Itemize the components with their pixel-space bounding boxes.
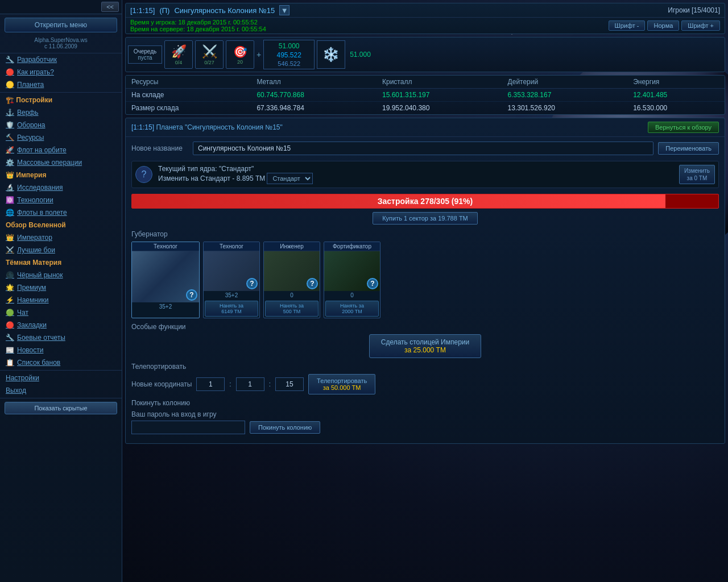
units-icon-box: ⚔️ 0/27	[195, 40, 224, 69]
planet-title-bar: [1:1:15] (П) Сингулярность Колония №15 ▼	[130, 5, 289, 15]
sidebar-item-galaxy-overview[interactable]: Обзор Вселенной	[0, 219, 122, 231]
row1-label: На складе	[126, 89, 251, 102]
sidebar-item-shipyard[interactable]: ⚓ Верфь	[0, 106, 122, 119]
plus-sign: +	[257, 50, 261, 59]
sidebar-item-planet[interactable]: 🟡 Планета	[0, 78, 122, 91]
sidebar-item-black-market[interactable]: 🌑 Чёрный рынок	[0, 269, 122, 281]
font-normal-button[interactable]: Норма	[647, 20, 679, 31]
hire-button-3[interactable]: Нанять за2000 ТМ	[325, 301, 379, 317]
sidebar-item-ban-list[interactable]: 📋 Список банов	[0, 356, 122, 369]
sidebar-item-empire[interactable]: 👑 Империя	[0, 169, 122, 181]
planet-dropdown-arrow[interactable]: ▼	[279, 5, 289, 15]
resources-icon: 🔨	[6, 134, 14, 142]
row2-crystal: 19.952.040.380	[377, 102, 502, 115]
coord-x-input[interactable]	[196, 377, 225, 391]
change-core-button[interactable]: Изменить за 0 ТМ	[679, 165, 715, 184]
panel-header-title: [1:1:15] Планета "Сингулярность Колония …	[131, 123, 283, 131]
hire-button-1[interactable]: Нанять за6149 ТМ	[205, 301, 258, 317]
governor-section: Губернатор Технолог ? 35+2	[131, 230, 719, 318]
sidebar-item-how-to-play[interactable]: 🔴 Как играть?	[0, 66, 122, 78]
core-select-dropdown[interactable]: Стандарт	[267, 173, 313, 184]
teleport-coords-row: Новые координаты : : Телепортировать за …	[131, 374, 719, 394]
combat-number: 20	[237, 59, 243, 65]
font-minus-button[interactable]: Шрифт -	[609, 20, 646, 31]
leave-colony-button[interactable]: Покинуть колонию	[250, 421, 320, 434]
sidebar-item-defense[interactable]: 🛡️ Оборона	[0, 119, 122, 131]
rename-input[interactable]	[193, 142, 653, 155]
governor-3-question[interactable]: ?	[367, 278, 378, 289]
governor-card-1: Технолог ? 35+2 Нанять за6149 ТМ	[203, 242, 260, 318]
teleport-section: Телепортировать Новые координаты : : Тел…	[131, 363, 719, 394]
governor-2-question[interactable]: ?	[307, 278, 318, 289]
time-server: Время на сервере: 18 декабря 2015 г. 00:…	[130, 26, 266, 32]
governor-active-question[interactable]: ?	[186, 289, 197, 301]
row2-energy: 16.530.000	[627, 102, 725, 115]
crystal-value: 495.522	[276, 51, 301, 59]
progress-text: Застройка 278/305 (91%)	[378, 197, 473, 206]
governor-card-2: Инженер ? 0 Нанять за500 ТМ	[263, 242, 320, 318]
col-metal: Металл	[251, 76, 377, 89]
emperor-icon: 👑	[6, 234, 14, 242]
sidebar-item-battle-reports[interactable]: 🔧 Боевые отчеты	[0, 331, 122, 344]
core-change-label: Изменить на Стандарт - 8.895 ТМ	[158, 174, 265, 182]
sidebar-item-tech[interactable]: ⚛️ Технологии	[0, 194, 122, 206]
queue-label: Очередь	[133, 48, 157, 55]
governor-card-active: Технолог ? 35+2	[131, 242, 200, 318]
governor-1-question[interactable]: ?	[246, 278, 258, 289]
coord-z-input[interactable]	[275, 377, 304, 391]
governor-1-title: Технолог	[204, 242, 259, 251]
combat-icon-box: 🎯 20	[226, 40, 254, 69]
make-capital-button[interactable]: Сделать столицей Империи за 25.000 ТМ	[369, 334, 482, 358]
core-icon: ?	[135, 166, 152, 183]
resources-table: Ресурсы Металл Кристалл Дейтерий Энергия…	[126, 76, 725, 114]
sidebar-item-developer[interactable]: 🔧 Разработчик	[0, 53, 122, 66]
units-warrior-icon: ⚔️	[202, 44, 217, 59]
sidebar-item-premium[interactable]: 🌟 Премиум	[0, 281, 122, 294]
sidebar-item-mass-ops[interactable]: ⚙️ Массовые операции	[0, 156, 122, 169]
sidebar-item-top-battles[interactable]: ⚔️ Лучшие бои	[0, 244, 122, 256]
mercenaries-icon: ⚡	[6, 296, 14, 304]
sidebar-item-buildings[interactable]: 🏗️ Постройки	[0, 94, 122, 106]
sidebar-item-research[interactable]: 🔬 Исследования	[0, 181, 122, 194]
queue-status: пуста	[133, 55, 157, 61]
sidebar-item-emperor[interactable]: 👑 Император	[0, 231, 122, 244]
core-type-label: Текущий тип ядра: "Стандарт"	[158, 165, 673, 173]
open-menu-button[interactable]: Откpепить меню	[5, 18, 117, 32]
collapse-button[interactable]: <<	[101, 2, 119, 12]
special-label: Особые функции	[131, 323, 719, 331]
sidebar-item-dark-matter[interactable]: Тёмная Материя	[0, 256, 122, 269]
fleets-icon: 🌐	[6, 209, 14, 217]
governor-active-img: ?	[132, 251, 199, 302]
research-icon: 🔬	[6, 184, 14, 192]
total-value: 546.522	[278, 60, 300, 67]
back-to-overview-button[interactable]: Вернуться к обзору	[648, 122, 719, 133]
sidebar-item-mercenaries[interactable]: ⚡ Наемники	[0, 294, 122, 306]
teleport-button[interactable]: Телепортировать за 50.000 ТМ	[308, 374, 375, 394]
governor-active-level: 35+2	[132, 302, 199, 311]
rename-button[interactable]: Переименовать	[658, 142, 719, 155]
show-hidden-button[interactable]: Показать скрытые	[5, 402, 117, 414]
fleet-ship-icon: 🚀	[171, 44, 187, 59]
governors-grid: Технолог ? 35+2 Технолог	[131, 242, 719, 318]
sidebar-item-logout[interactable]: Выход	[0, 384, 122, 397]
governor-3-title: Фортификатор	[324, 242, 380, 251]
governor-card-3: Фортификатор ? 0 Нанять за2000 ТМ	[324, 242, 380, 318]
sidebar: << Откpепить меню Alpha.SuperNova.ws с 1…	[0, 0, 122, 582]
row2-label: Размер склада	[126, 102, 251, 115]
planet-type-badge: (П)	[159, 6, 169, 15]
server-info: Alpha.SuperNova.ws с 11.06.2009	[0, 36, 122, 53]
sidebar-item-resources[interactable]: 🔨 Ресурсы	[0, 131, 122, 144]
hire-button-2[interactable]: Нанять за500 ТМ	[265, 301, 318, 317]
sidebar-item-bookmarks[interactable]: 🔴 Закладки	[0, 319, 122, 331]
coord-y-input[interactable]	[236, 377, 264, 391]
font-plus-button[interactable]: Шрифт +	[681, 20, 720, 31]
sidebar-item-settings[interactable]: Настройки	[0, 372, 122, 384]
governor-1-img: ?	[204, 251, 259, 291]
password-input[interactable]	[131, 421, 245, 434]
buy-sector-button[interactable]: Купить 1 сектор за 19.788 ТМ	[373, 212, 478, 225]
sidebar-item-fleets-flight[interactable]: 🌐 Флоты в полете	[0, 206, 122, 219]
sidebar-item-fleet-orbit[interactable]: 🚀 Флот на орбите	[0, 144, 122, 156]
sidebar-item-chat[interactable]: 🟢 Чат	[0, 306, 122, 319]
logout-label: Выход	[6, 386, 26, 394]
sidebar-item-news[interactable]: 📰 Новости	[0, 344, 122, 356]
